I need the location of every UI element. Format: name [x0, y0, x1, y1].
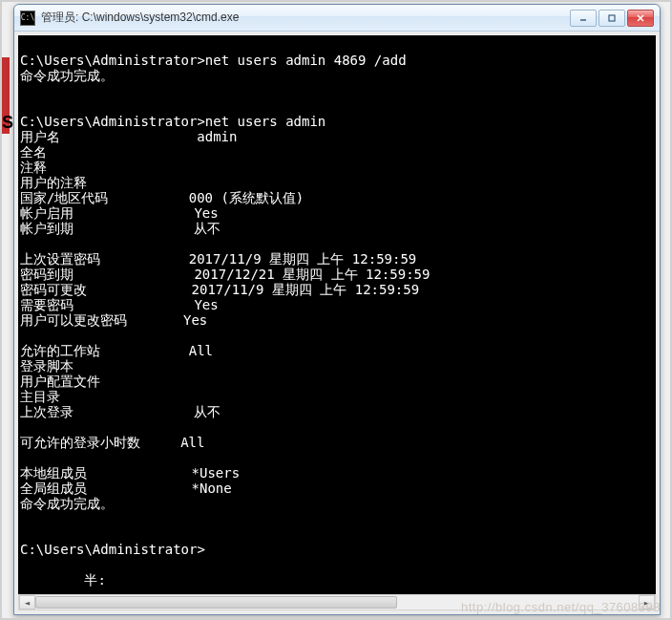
- console-line: [20, 419, 656, 435]
- svg-rect-1: [609, 15, 615, 21]
- client-area: C:\Users\Administrator>net users admin 4…: [14, 32, 660, 614]
- console-line: [20, 236, 656, 251]
- horizontal-scrollbar[interactable]: ◄ ►: [18, 594, 656, 610]
- console-line: 命令成功完成。: [20, 496, 656, 511]
- console-line: [20, 98, 656, 114]
- console-line: 上次设置密码 2017/11/9 星期四 上午 12:59:59: [20, 251, 656, 267]
- console-line: [20, 557, 656, 572]
- console-line: [20, 83, 656, 98]
- console-line: 主目录: [20, 389, 656, 404]
- console-line: C:\Users\Administrator>net users admin 4…: [20, 53, 656, 68]
- console-line: C:\Users\Administrator>: [20, 542, 656, 557]
- scroll-left-arrow[interactable]: ◄: [19, 595, 35, 609]
- console-line: 用户名 admin: [20, 129, 656, 144]
- minimize-button[interactable]: [570, 10, 597, 27]
- scroll-right-arrow[interactable]: ►: [639, 595, 655, 609]
- console-line: 本地组成员 *Users: [20, 465, 656, 481]
- console-line: 需要密码 Yes: [20, 297, 656, 312]
- close-button[interactable]: [627, 10, 654, 27]
- cmd-icon: C:\: [20, 11, 35, 26]
- console-line: 用户的注释: [20, 175, 656, 190]
- console-line: 可允许的登录小时数 All: [20, 435, 656, 450]
- console-line: 帐户启用 Yes: [20, 205, 656, 221]
- console-line: 用户可以更改密码 Yes: [20, 312, 656, 328]
- window-controls: [570, 10, 654, 27]
- console-line: 上次登录 从不: [20, 404, 656, 419]
- console-line: 注释: [20, 160, 656, 175]
- console-line: 半:: [20, 572, 656, 588]
- title-bar[interactable]: C:\ 管理员: C:\windows\system32\cmd.exe: [14, 5, 660, 32]
- console-line: C:\Users\Administrator>net users admin: [20, 114, 656, 129]
- console-line: [20, 328, 656, 343]
- console-line: 密码到期 2017/12/21 星期四 上午 12:59:59: [20, 267, 656, 282]
- console-output[interactable]: C:\Users\Administrator>net users admin 4…: [18, 35, 656, 594]
- console-line: 命令成功完成。: [20, 68, 656, 83]
- console-line: 允许的工作站 All: [20, 343, 656, 358]
- console-line: [20, 37, 656, 53]
- console-line: [20, 450, 656, 465]
- console-line: 登录脚本: [20, 358, 656, 374]
- scroll-track[interactable]: [35, 595, 639, 609]
- background-letter: S: [2, 113, 13, 133]
- console-line: [20, 511, 656, 526]
- console-line: 用户配置文件: [20, 374, 656, 389]
- maximize-button[interactable]: [598, 10, 625, 27]
- console-line: 国家/地区代码 000 (系统默认值): [20, 190, 656, 205]
- scroll-thumb[interactable]: [35, 596, 397, 609]
- console-line: [20, 526, 656, 542]
- console-line: 帐户到期 从不: [20, 221, 656, 236]
- window-title: 管理员: C:\windows\system32\cmd.exe: [41, 10, 570, 26]
- console-line: 全名: [20, 144, 656, 160]
- console-line: 全局组成员 *None: [20, 481, 656, 496]
- console-line: 密码可更改 2017/11/9 星期四 上午 12:59:59: [20, 282, 656, 297]
- cmd-window: C:\ 管理员: C:\windows\system32\cmd.exe C:\…: [13, 4, 661, 615]
